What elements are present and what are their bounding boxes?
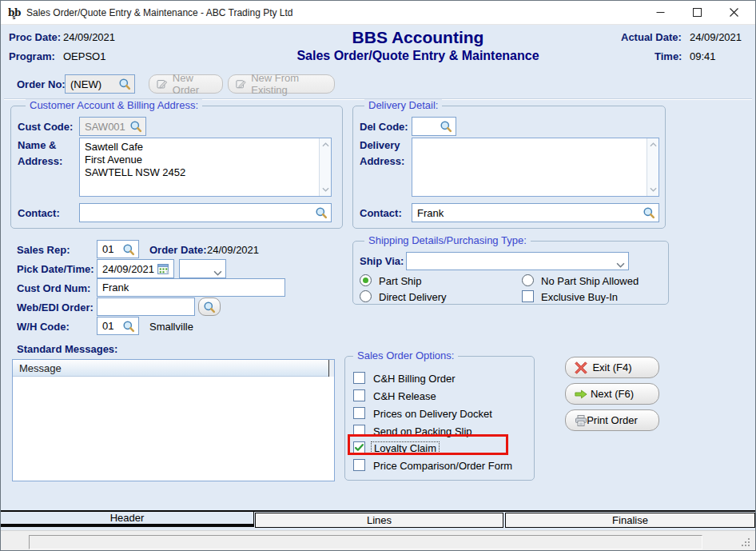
- shipping-group-title: Shipping Details/Purchasing Type:: [364, 234, 531, 246]
- new-from-existing-label: New From Existing: [251, 72, 334, 96]
- messages-column-header[interactable]: Message: [13, 360, 334, 377]
- next-button-label: Next (F6): [591, 388, 634, 400]
- del-code-label: Del Code:: [360, 121, 408, 133]
- order-no-label: Order No:: [17, 78, 66, 90]
- app-logo-icon: bsb: [7, 6, 22, 20]
- cust-code-lookup-icon[interactable]: [129, 120, 142, 133]
- customer-group-title: Customer Account & Billing Address:: [26, 99, 202, 111]
- tab-lines-label: Lines: [367, 514, 392, 526]
- red-x-icon: [575, 361, 587, 374]
- wh-code-field[interactable]: 01: [97, 317, 139, 335]
- app-window: bsb Sales Order/Quote Entry & Maintenanc…: [0, 0, 756, 551]
- billing-contact-label: Contact:: [18, 207, 60, 219]
- svg-text:b: b: [14, 7, 21, 18]
- cust-ord-num-value: Frank: [102, 281, 281, 293]
- new-order-label: New Order: [173, 72, 222, 96]
- billing-contact-lookup-icon[interactable]: [315, 206, 328, 219]
- send-on-packing-slip-checkbox[interactable]: [353, 425, 365, 437]
- scroll-up-icon[interactable]: [320, 139, 331, 150]
- actual-date-value: 24/09/2021: [690, 31, 742, 43]
- scroll-down-icon[interactable]: [647, 184, 659, 195]
- exit-button[interactable]: Exit (F4): [565, 357, 659, 378]
- maximize-button[interactable]: [678, 1, 715, 24]
- scroll-up-icon[interactable]: [647, 139, 659, 150]
- no-part-ship-radio[interactable]: [522, 274, 534, 286]
- prices-on-delivery-docket-checkbox[interactable]: [353, 407, 365, 419]
- pick-date-time-label: Pick Date/Time:: [17, 263, 94, 275]
- actual-date-label: Actual Date:: [621, 31, 682, 43]
- exclusive-buy-in-label: Exclusive Buy-In: [541, 291, 618, 303]
- exclusive-buy-in-checkbox[interactable]: [522, 290, 534, 302]
- resize-grip[interactable]: [742, 538, 751, 548]
- delivery-contact-value: Frank: [417, 207, 641, 219]
- web-edi-lookup-button[interactable]: [198, 297, 221, 316]
- cust-ord-num-field[interactable]: Frank: [97, 278, 285, 297]
- no-part-ship-label: No Part Ship Allowed: [541, 275, 639, 287]
- standard-messages-label: Standard Messages:: [17, 343, 117, 355]
- sales-rep-value: 01: [102, 243, 121, 255]
- tab-header[interactable]: Header: [1, 512, 254, 527]
- order-no-field[interactable]: (NEW): [65, 74, 135, 94]
- new-from-existing-button[interactable]: New From Existing: [228, 74, 335, 94]
- delivery-contact-label: Contact:: [360, 207, 402, 219]
- statusbar: [1, 530, 755, 551]
- status-panel: [29, 535, 702, 549]
- messages-scrollbar[interactable]: [328, 360, 334, 377]
- close-button[interactable]: [715, 1, 752, 24]
- sales-rep-lookup-icon[interactable]: [122, 243, 135, 256]
- printer-icon: [575, 414, 587, 427]
- titlebar: bsb Sales Order/Quote Entry & Maintenanc…: [1, 1, 755, 25]
- sales-rep-field[interactable]: 01: [97, 240, 139, 258]
- delivery-address-value: [417, 141, 643, 194]
- ship-via-select[interactable]: [406, 252, 629, 270]
- billing-contact-field[interactable]: [79, 203, 332, 222]
- close-icon: [730, 8, 738, 17]
- del-code-field[interactable]: [412, 117, 456, 136]
- shipping-group: Shipping Details/Purchasing Type: Ship V…: [352, 241, 669, 305]
- delivery-group-title: Delivery Detail:: [364, 99, 442, 111]
- billing-address-textarea[interactable]: Sawtell Cafe First Avenue SAWTELL NSW 24…: [79, 138, 332, 197]
- print-order-button[interactable]: Print Order: [565, 409, 659, 431]
- billing-address-scrollbar[interactable]: [319, 138, 331, 196]
- scroll-down-icon[interactable]: [320, 184, 331, 195]
- ch-release-checkbox[interactable]: [353, 389, 365, 401]
- new-order-button[interactable]: New Order: [149, 74, 223, 94]
- pick-date-field[interactable]: 24/09/2021: [97, 259, 174, 278]
- web-edi-order-field[interactable]: [97, 297, 195, 316]
- standard-messages-list[interactable]: Message: [12, 359, 335, 481]
- tab-finalise[interactable]: Finalise: [505, 513, 755, 528]
- next-button[interactable]: Next (F6): [565, 383, 659, 405]
- wh-code-lookup-icon[interactable]: [122, 320, 135, 333]
- minimize-icon: [656, 8, 665, 17]
- pick-date-value: 24/09/2021: [102, 263, 155, 275]
- green-arrow-icon: [575, 388, 587, 401]
- ch-billing-order-checkbox[interactable]: [353, 372, 365, 384]
- tab-lines[interactable]: Lines: [255, 513, 503, 528]
- time-value: 09:41: [690, 50, 716, 62]
- minimize-button[interactable]: [642, 1, 678, 24]
- loyalty-claim-checkbox[interactable]: [353, 441, 365, 453]
- cust-ord-num-label: Cust Ord Num:: [17, 282, 90, 294]
- pick-time-select[interactable]: [179, 259, 226, 278]
- program-label: Program:: [9, 50, 55, 62]
- price-comparison-checkbox[interactable]: [353, 459, 365, 471]
- tab-finalise-label: Finalise: [612, 514, 648, 526]
- direct-delivery-radio[interactable]: [360, 290, 372, 302]
- order-no-lookup-icon[interactable]: [118, 78, 131, 90]
- maximize-icon: [693, 8, 702, 17]
- calendar-icon[interactable]: [157, 262, 170, 276]
- delivery-contact-lookup-icon[interactable]: [643, 206, 655, 219]
- part-ship-label: Part Ship: [379, 275, 421, 287]
- delivery-address-textarea[interactable]: [412, 138, 659, 197]
- part-ship-radio[interactable]: [360, 274, 372, 286]
- name-address-label-2: Address:: [18, 155, 62, 167]
- delivery-contact-field[interactable]: Frank: [412, 203, 659, 222]
- ch-billing-order-label: C&H Billing Order: [373, 373, 456, 385]
- window-title: Sales Order/Quote Entry & Maintenance - …: [26, 7, 293, 18]
- ch-release-label: C&H Release: [373, 390, 436, 402]
- web-edi-lookup-icon: [203, 301, 216, 313]
- web-edi-order-label: Web/EDI Order:: [17, 301, 94, 313]
- delivery-address-scrollbar[interactable]: [647, 138, 659, 196]
- del-code-lookup-icon[interactable]: [440, 120, 452, 133]
- cust-code-field[interactable]: SAW001: [79, 117, 146, 136]
